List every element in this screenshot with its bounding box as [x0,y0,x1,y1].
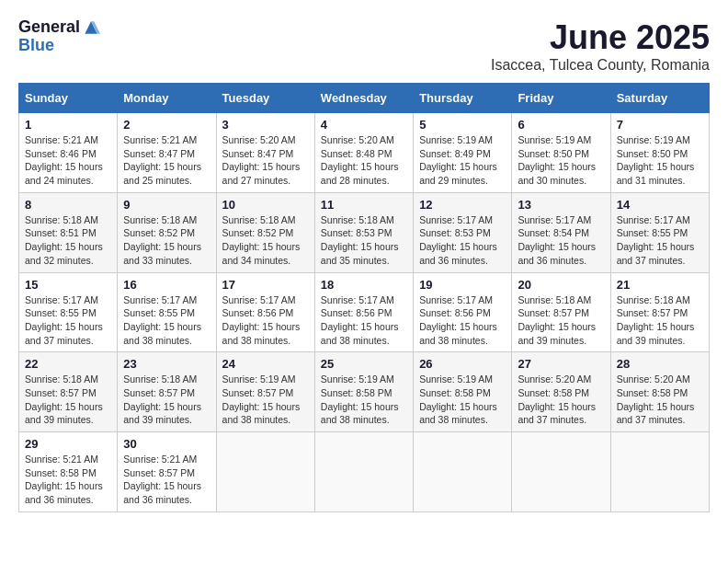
calendar-cell: 1Sunrise: 5:21 AMSunset: 8:46 PMDaylight… [19,113,118,193]
day-detail: Sunrise: 5:19 AMSunset: 8:57 PMDaylight:… [222,373,309,427]
calendar-week-row: 15Sunrise: 5:17 AMSunset: 8:55 PMDayligh… [19,272,710,352]
calendar-cell: 9Sunrise: 5:18 AMSunset: 8:52 PMDaylight… [118,192,216,272]
calendar-cell: 15Sunrise: 5:17 AMSunset: 8:55 PMDayligh… [19,272,118,352]
day-number: 11 [321,198,407,212]
calendar-week-row: 29Sunrise: 5:21 AMSunset: 8:58 PMDayligh… [19,432,710,512]
day-number: 27 [518,357,604,371]
day-number: 5 [419,118,506,132]
day-detail: Sunrise: 5:17 AMSunset: 8:56 PMDaylight:… [222,293,309,348]
day-detail: Sunrise: 5:17 AMSunset: 8:55 PMDaylight:… [123,293,210,348]
day-number: 14 [617,198,703,212]
day-detail: Sunrise: 5:19 AMSunset: 8:58 PMDaylight:… [321,373,407,427]
calendar-cell: 14Sunrise: 5:17 AMSunset: 8:55 PMDayligh… [610,192,709,272]
day-number: 12 [419,198,506,212]
day-number: 13 [518,198,604,212]
day-number: 29 [25,437,111,451]
day-detail: Sunrise: 5:19 AMSunset: 8:50 PMDaylight:… [617,133,703,188]
calendar-cell: 13Sunrise: 5:17 AMSunset: 8:54 PMDayligh… [512,192,610,272]
calendar-cell: 6Sunrise: 5:19 AMSunset: 8:50 PMDaylight… [512,113,610,193]
day-detail: Sunrise: 5:17 AMSunset: 8:54 PMDaylight:… [518,213,604,268]
location-title: Isaccea, Tulcea County, Romania [491,57,710,74]
day-number: 22 [25,357,111,371]
day-number: 8 [25,198,111,212]
day-detail: Sunrise: 5:17 AMSunset: 8:56 PMDaylight:… [321,293,407,348]
day-detail: Sunrise: 5:17 AMSunset: 8:56 PMDaylight:… [419,293,506,348]
day-number: 28 [617,357,703,371]
day-number: 9 [123,198,210,212]
logo-icon [82,18,100,37]
day-detail: Sunrise: 5:21 AMSunset: 8:46 PMDaylight:… [25,133,111,188]
day-detail: Sunrise: 5:18 AMSunset: 8:52 PMDaylight:… [222,213,309,268]
calendar-cell: 27Sunrise: 5:20 AMSunset: 8:58 PMDayligh… [512,352,610,432]
calendar-cell: 23Sunrise: 5:18 AMSunset: 8:57 PMDayligh… [118,352,216,432]
calendar-cell: 4Sunrise: 5:20 AMSunset: 8:48 PMDaylight… [314,113,413,193]
day-number: 23 [123,357,210,371]
day-detail: Sunrise: 5:17 AMSunset: 8:55 PMDaylight:… [25,293,111,348]
day-detail: Sunrise: 5:19 AMSunset: 8:50 PMDaylight:… [518,133,604,188]
day-number: 4 [321,118,407,132]
day-detail: Sunrise: 5:20 AMSunset: 8:58 PMDaylight:… [518,373,604,427]
logo-general: General [18,18,80,37]
day-detail: Sunrise: 5:20 AMSunset: 8:48 PMDaylight:… [321,133,407,188]
calendar-table: Sunday Monday Tuesday Wednesday Thursday… [18,83,710,512]
header-sunday: Sunday [19,84,118,113]
calendar-cell: 11Sunrise: 5:18 AMSunset: 8:53 PMDayligh… [314,192,413,272]
month-title: June 2025 [491,18,710,57]
calendar-cell: 21Sunrise: 5:18 AMSunset: 8:57 PMDayligh… [610,272,709,352]
logo-blue: Blue [18,37,100,55]
day-detail: Sunrise: 5:17 AMSunset: 8:55 PMDaylight:… [617,213,703,268]
day-number: 16 [123,278,210,292]
day-number: 20 [518,278,604,292]
logo-text: General Blue [18,18,100,55]
day-detail: Sunrise: 5:18 AMSunset: 8:51 PMDaylight:… [25,213,111,268]
day-number: 3 [222,118,309,132]
header-wednesday: Wednesday [314,84,413,113]
day-number: 25 [321,357,407,371]
calendar-cell: 5Sunrise: 5:19 AMSunset: 8:49 PMDaylight… [414,113,512,193]
calendar-cell: 18Sunrise: 5:17 AMSunset: 8:56 PMDayligh… [314,272,413,352]
header-monday: Monday [118,84,216,113]
day-detail: Sunrise: 5:20 AMSunset: 8:58 PMDaylight:… [617,373,703,427]
header-friday: Friday [512,84,610,113]
calendar-cell: 3Sunrise: 5:20 AMSunset: 8:47 PMDaylight… [216,113,314,193]
calendar-cell: 7Sunrise: 5:19 AMSunset: 8:50 PMDaylight… [610,113,709,193]
day-detail: Sunrise: 5:21 AMSunset: 8:47 PMDaylight:… [123,133,210,188]
day-detail: Sunrise: 5:21 AMSunset: 8:57 PMDaylight:… [123,453,210,507]
calendar-cell: 12Sunrise: 5:17 AMSunset: 8:53 PMDayligh… [414,192,512,272]
day-detail: Sunrise: 5:17 AMSunset: 8:53 PMDaylight:… [419,213,506,268]
day-detail: Sunrise: 5:19 AMSunset: 8:58 PMDaylight:… [419,373,506,427]
day-number: 7 [617,118,703,132]
header-tuesday: Tuesday [216,84,314,113]
calendar-cell [216,432,314,512]
day-detail: Sunrise: 5:18 AMSunset: 8:57 PMDaylight:… [518,293,604,348]
day-detail: Sunrise: 5:18 AMSunset: 8:53 PMDaylight:… [321,213,407,268]
calendar-cell: 10Sunrise: 5:18 AMSunset: 8:52 PMDayligh… [216,192,314,272]
calendar-cell: 16Sunrise: 5:17 AMSunset: 8:55 PMDayligh… [118,272,216,352]
calendar-cell [610,432,709,512]
day-detail: Sunrise: 5:18 AMSunset: 8:52 PMDaylight:… [123,213,210,268]
title-area: June 2025 Isaccea, Tulcea County, Romani… [491,18,710,74]
calendar-cell: 28Sunrise: 5:20 AMSunset: 8:58 PMDayligh… [610,352,709,432]
calendar-cell: 26Sunrise: 5:19 AMSunset: 8:58 PMDayligh… [414,352,512,432]
day-number: 15 [25,278,111,292]
calendar-cell: 8Sunrise: 5:18 AMSunset: 8:51 PMDaylight… [19,192,118,272]
day-number: 19 [419,278,506,292]
day-number: 24 [222,357,309,371]
calendar-cell: 29Sunrise: 5:21 AMSunset: 8:58 PMDayligh… [19,432,118,512]
day-number: 10 [222,198,309,212]
day-detail: Sunrise: 5:18 AMSunset: 8:57 PMDaylight:… [25,373,111,427]
logo: General Blue [18,18,100,55]
weekday-header-row: Sunday Monday Tuesday Wednesday Thursday… [19,84,710,113]
day-number: 6 [518,118,604,132]
day-number: 30 [123,437,210,451]
calendar-cell: 17Sunrise: 5:17 AMSunset: 8:56 PMDayligh… [216,272,314,352]
calendar-cell: 30Sunrise: 5:21 AMSunset: 8:57 PMDayligh… [118,432,216,512]
day-number: 1 [25,118,111,132]
calendar-cell: 22Sunrise: 5:18 AMSunset: 8:57 PMDayligh… [19,352,118,432]
header-saturday: Saturday [610,84,709,113]
calendar-cell: 20Sunrise: 5:18 AMSunset: 8:57 PMDayligh… [512,272,610,352]
header-thursday: Thursday [414,84,512,113]
day-number: 21 [617,278,703,292]
calendar-cell: 25Sunrise: 5:19 AMSunset: 8:58 PMDayligh… [314,352,413,432]
day-detail: Sunrise: 5:20 AMSunset: 8:47 PMDaylight:… [222,133,309,188]
